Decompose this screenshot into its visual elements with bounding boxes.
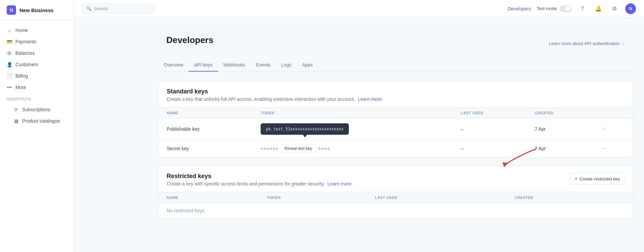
sidebar-item-billing[interactable]: 📄 Billing [0, 70, 73, 82]
key-created-secret: 7 Apr [527, 140, 593, 158]
create-restricted-key-button[interactable]: + Create restricted key [570, 173, 625, 185]
standard-keys-header: Standard keys Create a key that unlocks … [159, 81, 633, 108]
topbar: 🔍 Search Developers Test mode ? 🔔 ⚙ N [74, 0, 644, 17]
shortcuts-label: Shortcuts [7, 97, 67, 101]
sidebar-item-more[interactable]: ••• More [0, 82, 73, 93]
sidebar-item-subscriptions-label: Subscriptions [22, 107, 50, 112]
standard-keys-table: NAME TOKEN LAST USED CREATED Publishable… [159, 108, 633, 157]
tab-overview[interactable]: Overview [158, 59, 189, 72]
topbar-right: Developers Test mode ? 🔔 ⚙ N [507, 3, 636, 14]
key-popup: pk_test_51xxxxxxxxxxxxxxxxxxxxxx [261, 123, 349, 135]
standard-keys-section: Standard keys Create a key that unlocks … [158, 81, 633, 158]
tab-apps[interactable]: Apps [297, 59, 318, 72]
restricted-col-name: NAME [159, 192, 259, 203]
more-icon: ••• [7, 85, 12, 90]
plus-icon: + [575, 176, 578, 182]
col-last-used: LAST USED [453, 108, 527, 119]
home-icon: ⌂ [7, 28, 12, 33]
standard-keys-title: Standard keys [167, 88, 382, 95]
sidebar-item-product-catalogue-label: Product catalogue [22, 118, 60, 124]
tabs: Overview API keys Webhooks Events Logs A… [158, 59, 633, 72]
customers-icon: 👤 [7, 62, 12, 67]
product-catalogue-icon: ▦ [13, 118, 19, 124]
sidebar: N New Business ⌂ Home 💳 Payments ⊞ Balan… [0, 0, 74, 252]
restricted-keys-header: Restricted keys Create a key with specif… [159, 166, 633, 192]
sidebar-item-balances[interactable]: ⊞ Balances [0, 47, 73, 59]
key-token-publishable: pk_test_51xxxxxxxxxxxxxxxxxxxxxx [253, 119, 453, 140]
notifications-button[interactable]: 🔔 [593, 3, 604, 14]
key-last-used-publishable: – [453, 119, 527, 140]
tab-api-keys[interactable]: API keys [189, 59, 218, 72]
sidebar-item-home[interactable]: ⌂ Home [0, 25, 73, 36]
col-created: CREATED [527, 108, 593, 119]
developers-link[interactable]: Developers [507, 6, 531, 11]
sidebar-item-more-label: More [15, 85, 26, 90]
row-actions-secret[interactable]: ··· [601, 145, 625, 152]
toggle-thumb [566, 6, 571, 11]
row-actions-publishable[interactable]: ··· [601, 126, 625, 132]
tab-logs[interactable]: Logs [276, 59, 297, 72]
reveal-test-key-button[interactable]: Reveal test key [281, 144, 316, 153]
sidebar-item-payments[interactable]: 💳 Payments [0, 36, 73, 47]
billing-icon: 📄 [7, 73, 12, 79]
tab-webhooks[interactable]: Webhooks [218, 59, 251, 72]
avatar-button[interactable]: N [625, 3, 636, 14]
standard-keys-learn-more[interactable]: Learn more [358, 96, 382, 102]
table-row: Publishable key pk_test_51xxxxxxxxxxxxxx… [159, 119, 633, 140]
main-content: Developers Learn more about API authenti… [148, 17, 644, 252]
col-actions [593, 108, 633, 119]
subscriptions-icon: ⟳ [13, 107, 19, 112]
tab-events[interactable]: Events [251, 59, 276, 72]
settings-button[interactable]: ⚙ [609, 3, 620, 14]
col-token: TOKEN [253, 108, 453, 119]
restricted-col-last-used: LAST USED [367, 192, 506, 203]
key-actions-secret: ··· [593, 140, 633, 158]
table-row: Secret key Reveal test key [159, 140, 633, 158]
key-token-secret: Reveal test key [253, 140, 453, 158]
sidebar-logo[interactable]: N New Business [0, 0, 73, 20]
test-mode-label: Test mode [537, 6, 557, 11]
token-dots [261, 148, 278, 150]
token-dots-after [318, 148, 330, 150]
sidebar-item-home-label: Home [15, 28, 28, 33]
balances-icon: ⊞ [7, 50, 12, 56]
search-icon: 🔍 [86, 6, 92, 11]
token-masked-container: pk_test_51xxxxxxxxxxxxxxxxxxxxxx [261, 123, 445, 135]
learn-more-link[interactable]: Learn more about API authentication → [549, 41, 625, 46]
restricted-keys-section: Restricted keys Create a key with specif… [158, 166, 633, 218]
search-box[interactable]: 🔍 Search [82, 4, 156, 13]
toggle-track[interactable] [559, 5, 572, 12]
col-name: NAME [159, 108, 253, 119]
sidebar-item-customers[interactable]: 👤 Customers [0, 59, 73, 70]
table-row: No restricted keys [159, 203, 633, 218]
api-keys-header: Developers Learn more about API authenti… [158, 28, 633, 59]
business-name: New Business [19, 7, 54, 13]
page-title: Developers [166, 35, 213, 45]
sidebar-item-balances-label: Balances [15, 50, 35, 56]
sidebar-item-payments-label: Payments [15, 39, 36, 44]
sidebar-item-subscriptions[interactable]: ⟳ Subscriptions [7, 104, 67, 115]
restricted-keys-learn-more[interactable]: Learn more [327, 181, 352, 186]
key-actions-publishable: ··· [593, 119, 633, 140]
key-last-used-secret: – [453, 140, 527, 158]
restricted-keys-title: Restricted keys [167, 173, 352, 180]
shortcuts-section: Shortcuts ⟳ Subscriptions ▦ Product cata… [0, 93, 73, 129]
restricted-col-token: TOKEN [259, 192, 367, 203]
key-created-publishable: 7 Apr [527, 119, 593, 140]
help-button[interactable]: ? [577, 3, 588, 14]
no-restricted-keys-message: No restricted keys [159, 203, 633, 218]
key-name-secret: Secret key [159, 140, 253, 158]
payments-icon: 💳 [7, 39, 12, 44]
sidebar-item-customers-label: Customers [15, 62, 38, 67]
test-mode-toggle[interactable]: Test mode [537, 5, 572, 12]
sidebar-item-product-catalogue[interactable]: ▦ Product catalogue [7, 115, 67, 127]
restricted-keys-desc: Create a key with specific access limits… [167, 181, 352, 186]
standard-keys-desc: Create a key that unlocks full API acces… [167, 96, 382, 102]
search-label: Search [94, 6, 108, 11]
logo-icon: N [7, 5, 16, 15]
sidebar-nav: ⌂ Home 💳 Payments ⊞ Balances 👤 Customers… [0, 20, 73, 252]
sidebar-item-billing-label: Billing [15, 73, 28, 79]
token-masked-secret: Reveal test key [261, 144, 445, 153]
restricted-col-created: CREATED [506, 192, 633, 203]
key-name-publishable: Publishable key [159, 119, 253, 140]
